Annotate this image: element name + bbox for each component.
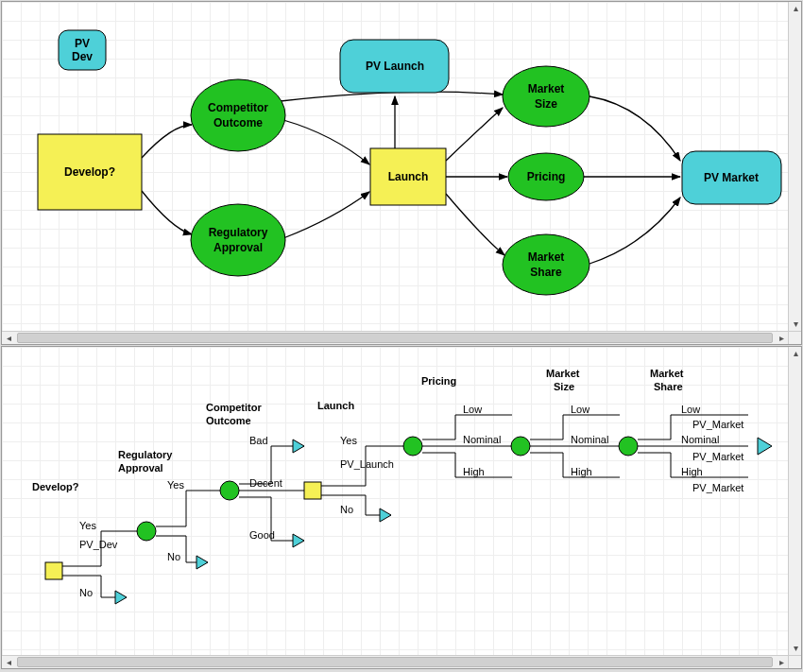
scroll-up-icon[interactable]: ▴ — [790, 3, 801, 14]
horizontal-scrollbar[interactable]: ◂ ▸ — [2, 331, 788, 344]
node-reg-label1: Regulatory — [209, 226, 268, 239]
scroll-left-icon[interactable]: ◂ — [3, 333, 14, 344]
lbl-pricing-nom: Nominal — [463, 434, 501, 445]
node-pvmarket-label: PV Market — [704, 171, 759, 184]
endpoint-icon — [293, 439, 304, 453]
hdr-mktsize2: Size — [554, 381, 574, 392]
hdr-pricing: Pricing — [421, 375, 456, 387]
decision-tree-panel: Develop? Regulatory Approval Competitor … — [1, 346, 802, 669]
influence-diagram-panel: PV Dev Develop? Competitor Outcome Regul… — [1, 1, 802, 345]
lbl-comp-decent: Decent — [249, 477, 282, 489]
lbl-dev-yes: Yes — [79, 520, 96, 531]
lbl-reg-yes: Yes — [167, 479, 184, 491]
endpoint-icon — [293, 534, 304, 547]
hdr-reg-app1: Regulatory — [118, 449, 173, 460]
lbl-launch-pv: PV_Launch — [340, 458, 394, 470]
scroll-corner — [788, 655, 801, 668]
tree-chance-pricing[interactable] — [403, 437, 422, 456]
tree-canvas[interactable]: Develop? Regulatory Approval Competitor … — [2, 347, 788, 655]
svg-point-2 — [191, 79, 285, 151]
lbl-reg-no: No — [167, 551, 180, 562]
hdr-mktshare1: Market — [650, 368, 684, 379]
lbl-pricing-low: Low — [463, 404, 482, 415]
node-reg-label2: Approval — [214, 241, 263, 254]
node-comp-label2: Outcome — [214, 116, 263, 129]
node-pricing[interactable]: Pricing — [508, 153, 584, 200]
endpoint-icon — [380, 508, 391, 522]
node-develop-label: Develop? — [64, 165, 115, 179]
hdr-reg-app2: Approval — [118, 462, 163, 474]
node-pricing-label: Pricing — [527, 170, 566, 183]
node-pv-dev[interactable]: PV Dev — [59, 30, 106, 70]
lbl-launch-yes: Yes — [340, 435, 357, 446]
endpoint-icon — [758, 438, 772, 455]
lbl-mktshare-pv1: PV_Market — [692, 419, 743, 430]
node-market-share[interactable]: Market Share — [503, 234, 589, 295]
scroll-down-icon[interactable]: ▾ — [790, 643, 801, 654]
node-pv-launch-label: PV Launch — [366, 60, 424, 73]
svg-point-6 — [503, 66, 589, 127]
influence-canvas[interactable]: PV Dev Develop? Competitor Outcome Regul… — [2, 2, 788, 331]
hdr-mktsize1: Market — [546, 368, 580, 379]
tree-dec-launch[interactable] — [304, 482, 321, 499]
svg-point-3 — [191, 204, 285, 276]
lbl-launch-no: No — [340, 504, 353, 515]
lbl-mktshare-high: High — [681, 466, 703, 477]
lbl-mktshare-pv2: PV_Market — [692, 451, 743, 462]
lbl-mktsize-nom: Nominal — [571, 434, 608, 445]
node-pv-dev-label-2: Dev — [72, 50, 93, 63]
node-regulatory-approval[interactable]: Regulatory Approval — [191, 204, 285, 276]
node-mktsize-label1: Market — [528, 82, 565, 95]
node-launch[interactable]: Launch — [370, 148, 446, 205]
node-pv-launch[interactable]: PV Launch — [340, 40, 449, 93]
lbl-mktshare-low: Low — [681, 404, 700, 415]
hdr-mktshare2: Share — [654, 381, 683, 392]
vertical-scrollbar[interactable]: ▴ ▾ — [788, 347, 801, 655]
node-comp-label1: Competitor — [208, 101, 268, 114]
tree-chance-regapp[interactable] — [137, 522, 156, 541]
hdr-comp-out1: Competitor — [206, 402, 262, 413]
lbl-comp-good: Good — [249, 529, 275, 541]
lbl-mktsize-high: High — [571, 466, 592, 477]
lbl-mktshare-nom: Nominal — [681, 434, 719, 445]
endpoint-icon — [196, 556, 208, 569]
node-pv-market[interactable]: PV Market — [682, 151, 781, 204]
scroll-down-icon[interactable]: ▾ — [790, 319, 801, 330]
endpoint-icon — [115, 591, 127, 604]
lbl-dev-pv: PV_Dev — [79, 539, 118, 550]
node-mktsize-label2: Size — [535, 97, 557, 111]
node-competitor-outcome[interactable]: Competitor Outcome — [191, 79, 285, 151]
scroll-up-icon[interactable]: ▴ — [790, 348, 801, 359]
tree-chance-mktshare[interactable] — [619, 437, 638, 456]
tree-chance-compout[interactable] — [220, 481, 239, 500]
tree-chance-mktsize[interactable] — [511, 437, 530, 456]
node-mktshare-label2: Share — [530, 266, 562, 279]
scroll-left-icon[interactable]: ◂ — [3, 657, 14, 668]
lbl-pricing-high: High — [463, 466, 485, 477]
node-mktshare-label1: Market — [528, 250, 565, 264]
hdr-launch: Launch — [317, 400, 354, 411]
horizontal-scrollbar[interactable]: ◂ ▸ — [2, 655, 788, 668]
tree-dec-develop[interactable] — [45, 562, 62, 579]
svg-point-8 — [503, 234, 589, 295]
scroll-thumb[interactable] — [17, 333, 773, 343]
node-market-size[interactable]: Market Size — [503, 66, 589, 127]
vertical-scrollbar[interactable]: ▴ ▾ — [788, 2, 801, 331]
scroll-right-icon[interactable]: ▸ — [776, 657, 787, 668]
hdr-develop: Develop? — [32, 481, 79, 492]
lbl-comp-bad: Bad — [249, 435, 268, 446]
node-pv-dev-label-1: PV — [75, 37, 90, 50]
scroll-corner — [788, 331, 801, 344]
lbl-dev-no: No — [79, 587, 93, 598]
node-develop[interactable]: Develop? — [38, 134, 142, 210]
hdr-comp-out2: Outcome — [206, 415, 251, 426]
scroll-thumb[interactable] — [17, 657, 773, 667]
node-launch-label: Launch — [388, 170, 429, 183]
scroll-right-icon[interactable]: ▸ — [776, 333, 787, 344]
lbl-mktsize-low: Low — [571, 404, 589, 415]
lbl-mktshare-pv3: PV_Market — [692, 482, 743, 493]
